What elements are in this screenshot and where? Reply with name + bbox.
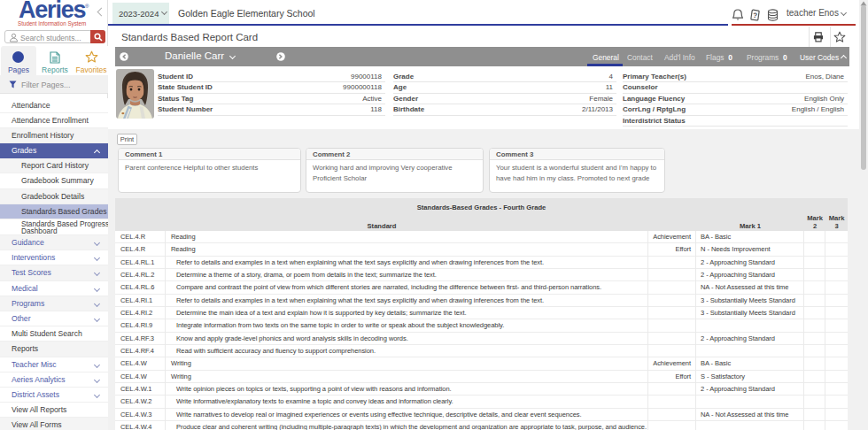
- svg-text:?: ?: [752, 12, 757, 20]
